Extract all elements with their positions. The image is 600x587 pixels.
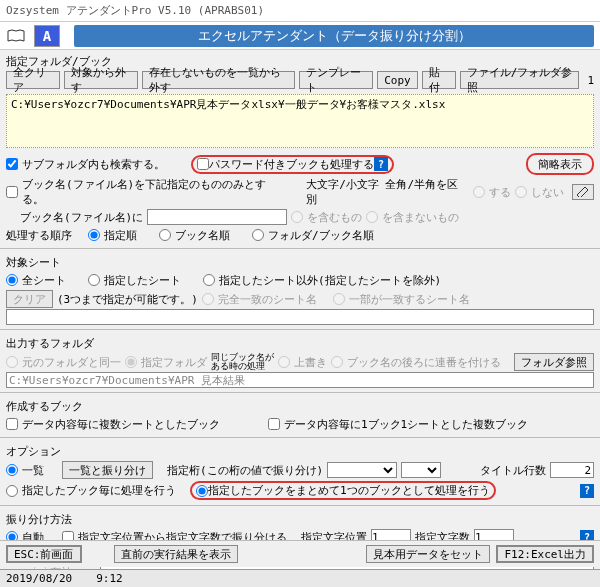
banner-title: エクセルアテンダント（データ振り分け分割） (74, 25, 594, 47)
window-title: Ozsystem アテンダントPro V5.10 (APRABS01) (6, 3, 264, 18)
specsheet-radio[interactable] (88, 274, 100, 286)
bookname-filter-label: ブック名(ファイル名)を下記指定のもののみとする。 (22, 177, 288, 207)
help-icon-2[interactable]: ? (580, 484, 594, 498)
file-count: 1 (587, 74, 594, 87)
exclude-missing-button[interactable]: 存在しないものを一覧から外す (142, 71, 296, 89)
titlerows-label: タイトル行数 (480, 463, 546, 478)
allsheet-radio[interactable] (6, 274, 18, 286)
simple-view-highlight: 簡略表示 (526, 153, 594, 175)
template-button[interactable]: テンプレート (299, 71, 373, 89)
folder-browse-button[interactable]: フォルダ参照 (514, 353, 594, 371)
footer-buttons: ESC:前画面 直前の実行結果を表示 見本用データをセット F12:Excel出… (0, 540, 600, 567)
order3-radio[interactable] (252, 229, 264, 241)
exclude-button[interactable]: 対象から外す (64, 71, 138, 89)
specfolder-radio (125, 356, 137, 368)
bookname-filter-checkbox[interactable] (6, 186, 18, 198)
notcontain-radio (366, 211, 378, 223)
sec7-title: 振り分け方法 (6, 512, 72, 527)
list-sort-button[interactable]: 一覧と振り分け (62, 461, 153, 479)
order2-radio[interactable] (159, 229, 171, 241)
esc-button[interactable]: ESC:前画面 (6, 545, 82, 563)
case-label: 大文字/小文字 全角/半角を区別 (306, 177, 469, 207)
sheet-hint: (3つまで指定が可能です。) (57, 292, 198, 307)
dup-label: 同じブック名が ある時の処理 (211, 353, 274, 371)
subfolder-checkbox[interactable] (6, 158, 18, 170)
help-icon[interactable]: ? (374, 157, 388, 171)
sec6-title: オプション (6, 444, 61, 459)
case-no-radio (515, 186, 527, 198)
titlebar: Ozsystem アテンダントPro V5.10 (APRABS01) (0, 0, 600, 22)
multisheet-checkbox[interactable] (6, 418, 18, 430)
sec5-title: 作成するブック (6, 399, 83, 414)
mergebook-radio[interactable] (196, 485, 208, 497)
samefolder-radio (6, 356, 18, 368)
output-folder-input[interactable] (6, 372, 594, 388)
paste-button[interactable]: 貼付 (422, 71, 456, 89)
path-value: C:¥Users¥ozcr7¥Documents¥APR見本データxlsx¥一般… (11, 98, 445, 111)
seq-radio (331, 356, 343, 368)
titlerows-input[interactable] (550, 462, 594, 478)
exceptsheet-radio[interactable] (203, 274, 215, 286)
pencil-icon[interactable] (572, 184, 594, 200)
eachbook-radio[interactable] (6, 485, 18, 497)
status-time: 9:12 (96, 572, 123, 585)
password-label: パスワード付きブックも処理する (209, 157, 374, 172)
copy-button[interactable]: Copy (377, 71, 418, 89)
book-icon[interactable] (6, 27, 26, 45)
path-list[interactable]: C:¥Users¥ozcr7¥Documents¥APR見本データxlsx¥一般… (6, 94, 594, 148)
sample-button[interactable]: 見本用データをセット (366, 545, 490, 563)
list-radio[interactable] (6, 464, 18, 476)
contain-radio (291, 211, 303, 223)
merge-highlight: 指定したブックをまとめて1つのブックとして処理を行う (190, 481, 496, 500)
digit-select[interactable] (327, 462, 397, 478)
order1-radio[interactable] (88, 229, 100, 241)
password-checkbox[interactable] (197, 158, 209, 170)
app-logo: A (34, 25, 60, 47)
password-highlight: パスワード付きブックも処理する ? (191, 155, 394, 174)
case-yes-radio (473, 186, 485, 198)
subfolder-label: サブフォルダ内も検索する。 (22, 157, 165, 172)
status-date: 2019/08/20 (6, 572, 72, 585)
f12-button[interactable]: F12:Excel出力 (496, 545, 594, 563)
sheet-names-input[interactable] (6, 309, 594, 325)
clear-sheet-button[interactable]: クリア (6, 290, 53, 308)
order-label: 処理する順序 (6, 228, 72, 243)
partial-radio (333, 293, 345, 305)
bookname2-label: ブック名(ファイル名)に (20, 210, 143, 225)
exact-radio (202, 293, 214, 305)
lastrun-button[interactable]: 直前の実行結果を表示 (114, 545, 238, 563)
header: A エクセルアテンダント（データ振り分け分割） (0, 22, 600, 50)
sec4-title: 出力するフォルダ (6, 336, 94, 351)
sec3-title: 対象シート (6, 255, 61, 270)
clear-all-button[interactable]: 全クリア (6, 71, 60, 89)
digit-label: 指定桁(この桁の値で振り分け) (167, 463, 323, 478)
statusbar: 2019/08/20 9:12 (0, 569, 600, 587)
simple-view-button[interactable]: 簡略表示 (532, 155, 588, 173)
digit-select2[interactable] (401, 462, 441, 478)
browse-file-button[interactable]: ファイル/フォルダ参照 (460, 71, 580, 89)
overwrite-radio (278, 356, 290, 368)
multibook-checkbox[interactable] (268, 418, 280, 430)
bookname-input[interactable] (147, 209, 287, 225)
